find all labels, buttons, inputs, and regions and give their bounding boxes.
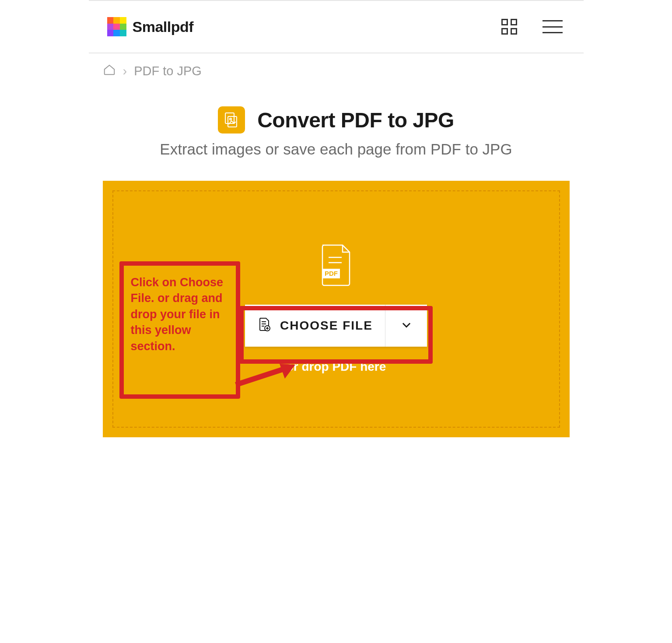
annotation-text: Click on Choose File. or drag and drop y… xyxy=(131,276,224,353)
svg-text:PDF: PDF xyxy=(325,270,338,277)
breadcrumb-separator: › xyxy=(123,64,127,78)
page-subtitle: Extract images or save each page from PD… xyxy=(89,141,584,158)
drop-hint: or drop PDF here xyxy=(286,360,386,374)
breadcrumb-current: PDF to JPG xyxy=(134,64,202,78)
topbar: Smallpdf xyxy=(89,1,584,53)
choose-file-dropdown[interactable] xyxy=(385,305,427,347)
apps-grid-icon[interactable] xyxy=(501,19,517,35)
smallpdf-logo-icon xyxy=(107,17,126,36)
document-add-icon xyxy=(257,317,272,335)
home-icon[interactable] xyxy=(103,63,116,79)
chevron-down-icon xyxy=(400,319,413,333)
menu-icon[interactable] xyxy=(542,20,563,33)
pdf-file-icon: PDF xyxy=(320,244,352,288)
hero: Convert PDF to JPG Extract images or sav… xyxy=(89,106,584,158)
svg-point-2 xyxy=(230,118,231,120)
brand-logo[interactable]: Smallpdf xyxy=(107,17,194,36)
dropzone[interactable]: PDF xyxy=(103,181,570,437)
choose-file-button[interactable]: CHOOSE FILE xyxy=(245,305,385,347)
pdf-to-jpg-icon xyxy=(218,106,245,134)
choose-file-label: CHOOSE FILE xyxy=(280,319,373,333)
brand-name: Smallpdf xyxy=(133,18,194,35)
breadcrumb: › PDF to JPG xyxy=(89,53,584,89)
page-title: Convert PDF to JPG xyxy=(257,108,454,132)
annotation-callout: Click on Choose File. or drag and drop y… xyxy=(119,261,240,399)
